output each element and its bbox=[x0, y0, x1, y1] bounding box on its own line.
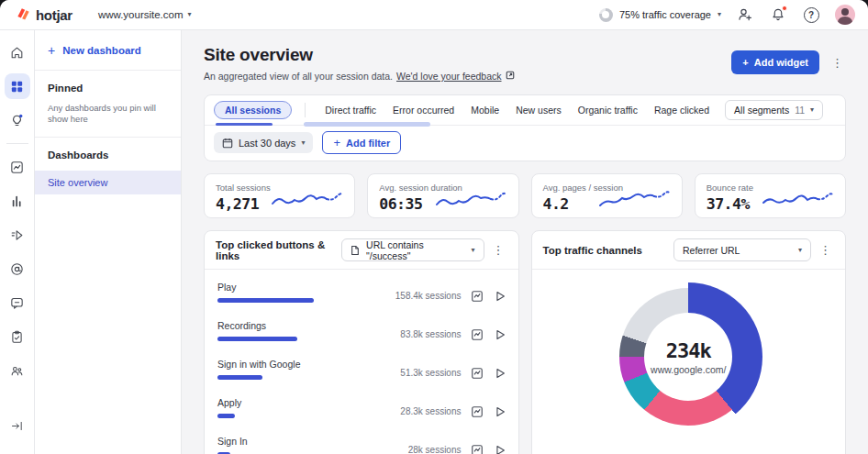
date-range-button[interactable]: Last 30 days ▾ bbox=[214, 132, 313, 153]
view-trend-button[interactable] bbox=[471, 327, 484, 341]
donut-chart[interactable]: 234k www.google.com/ bbox=[614, 282, 762, 431]
list-item[interactable]: Sign In 28k sessions bbox=[205, 427, 518, 454]
nav-funnels[interactable] bbox=[5, 188, 30, 214]
metric-cards: Total sessions 4,271 Avg. session durati… bbox=[204, 173, 846, 218]
chevron-down-icon: ▾ bbox=[718, 11, 721, 18]
sparkline-icon bbox=[761, 189, 836, 211]
top-clicked-menu-button[interactable]: ⋮ bbox=[490, 243, 507, 257]
nav-recordings[interactable] bbox=[5, 222, 30, 248]
metric-avg-pages-session[interactable]: Avg. pages / session 4.2 bbox=[531, 173, 683, 218]
nav-home[interactable] bbox=[5, 39, 30, 65]
clicked-label: Sign In bbox=[217, 436, 399, 447]
trends-icon bbox=[9, 160, 25, 175]
topbar-actions: 75% traffic coverage ▾ ? bbox=[599, 5, 855, 25]
pinned-section: Pinned Any dashboards you pin will show … bbox=[35, 71, 181, 138]
view-trend-button[interactable] bbox=[471, 289, 484, 303]
play-recordings-button[interactable] bbox=[494, 404, 507, 418]
help-button[interactable]: ? bbox=[802, 6, 820, 24]
all-segments-dropdown[interactable]: All segments 11 ▾ bbox=[725, 100, 823, 120]
add-widget-button[interactable]: + Add widget bbox=[731, 50, 819, 74]
site-selector-value: www.yoursite.com bbox=[98, 9, 184, 20]
calendar-icon bbox=[222, 138, 233, 149]
top-traffic-menu-button[interactable]: ⋮ bbox=[817, 243, 834, 257]
referrer-dropdown[interactable]: Referrer URL ▾ bbox=[673, 238, 811, 261]
view-trend-button[interactable] bbox=[471, 404, 484, 418]
list-item[interactable]: Apply 28.3k sessions bbox=[205, 389, 518, 427]
brand-wordmark: hotjar bbox=[36, 7, 72, 23]
nav-trends[interactable] bbox=[5, 154, 30, 180]
list-item[interactable]: Recordings 83.8k sessions bbox=[205, 312, 518, 350]
tabs-scrollbar-thumb[interactable] bbox=[304, 122, 430, 127]
clicked-label: Apply bbox=[217, 397, 391, 408]
play-recordings-button[interactable] bbox=[494, 443, 507, 454]
funnels-bars-icon bbox=[9, 194, 25, 209]
play-icon bbox=[494, 405, 506, 418]
dashboards-section: Dashboards Site overview bbox=[35, 138, 181, 194]
metric-avg-session-duration[interactable]: Avg. session duration 06:35 bbox=[367, 173, 518, 218]
tab-organic-traffic[interactable]: Organic traffic bbox=[570, 102, 646, 118]
play-recordings-button[interactable] bbox=[494, 327, 507, 341]
filters-card: All sessions Direct traffic Error occurr… bbox=[204, 94, 846, 161]
sidebar-item-site-overview[interactable]: Site overview bbox=[35, 171, 181, 194]
play-icon bbox=[494, 328, 506, 341]
list-item[interactable]: Play 158.4k sessions bbox=[205, 273, 518, 312]
plus-icon: + bbox=[48, 44, 55, 57]
collapse-sidebar-button[interactable] bbox=[5, 413, 30, 438]
recordings-cursor-icon bbox=[9, 227, 25, 243]
donut-center: 234k www.google.com/ bbox=[644, 313, 732, 401]
play-icon bbox=[494, 290, 506, 303]
tab-direct-traffic[interactable]: Direct traffic bbox=[317, 102, 384, 118]
notifications-button[interactable] bbox=[769, 6, 787, 24]
tab-new-users[interactable]: New users bbox=[507, 102, 570, 118]
dashboards-grid-icon bbox=[9, 79, 25, 94]
widgets-row: Top clicked buttons & links URL contains… bbox=[204, 230, 846, 454]
clicked-label: Sign in with Google bbox=[217, 359, 391, 370]
clicked-label: Play bbox=[217, 282, 386, 293]
pinned-empty-text: Any dashboards you pin will show here bbox=[48, 103, 168, 126]
tab-error-occurred[interactable]: Error occurred bbox=[384, 102, 462, 118]
segments-count: 11 bbox=[795, 105, 805, 116]
traffic-coverage-menu[interactable]: 75% traffic coverage ▾ bbox=[599, 8, 721, 22]
site-selector[interactable]: www.yoursite.com ▾ bbox=[98, 9, 192, 20]
chart-icon bbox=[471, 367, 484, 380]
sparkline-icon bbox=[434, 189, 509, 211]
feedback-link[interactable]: We'd love your feedback bbox=[396, 71, 501, 82]
play-recordings-button[interactable] bbox=[494, 366, 507, 380]
nav-dashboards[interactable] bbox=[5, 73, 30, 99]
url-filter-dropdown[interactable]: URL contains "/success" ▾ bbox=[341, 238, 484, 261]
clicked-bar bbox=[217, 298, 314, 303]
tab-all-sessions[interactable]: All sessions bbox=[214, 101, 292, 119]
new-dashboard-label: New dashboard bbox=[62, 45, 141, 56]
invite-user-button[interactable] bbox=[736, 6, 754, 24]
plus-icon: + bbox=[742, 57, 748, 68]
view-trend-button[interactable] bbox=[471, 443, 484, 454]
tab-mobile[interactable]: Mobile bbox=[462, 102, 507, 118]
nav-feedback[interactable] bbox=[5, 290, 30, 316]
page-menu-button[interactable]: ⋮ bbox=[829, 56, 846, 70]
add-filter-label: Add filter bbox=[346, 138, 390, 149]
new-dashboard-button[interactable]: + New dashboard bbox=[35, 30, 181, 71]
question-mark-icon: ? bbox=[804, 7, 819, 23]
nav-heatmaps[interactable] bbox=[5, 256, 30, 282]
add-filter-button[interactable]: + Add filter bbox=[322, 131, 401, 154]
metric-total-sessions[interactable]: Total sessions 4,271 bbox=[204, 173, 355, 218]
metric-bounce-rate[interactable]: Bounce rate 37.4% bbox=[695, 173, 846, 218]
tab-rage-clicked[interactable]: Rage clicked bbox=[646, 102, 718, 118]
sessions-count: 51.3k sessions bbox=[400, 368, 461, 378]
traffic-coverage-label: 75% traffic coverage bbox=[619, 9, 711, 20]
top-clicked-header: Top clicked buttons & links URL contains… bbox=[205, 231, 518, 270]
nav-surveys[interactable] bbox=[5, 324, 30, 349]
view-trend-button[interactable] bbox=[471, 366, 484, 380]
subtitle-text: An aggregated view of all your session d… bbox=[204, 71, 393, 82]
hotjar-logo[interactable]: hotjar bbox=[15, 6, 72, 24]
play-recordings-button[interactable] bbox=[494, 289, 507, 303]
user-avatar[interactable] bbox=[835, 5, 855, 25]
page-icon bbox=[351, 245, 360, 256]
nav-interviews[interactable] bbox=[5, 358, 30, 383]
dashboards-panel: + New dashboard Pinned Any dashboards yo… bbox=[35, 30, 182, 454]
donut-chart-area: 234k www.google.com/ www.google.com/ bbox=[532, 270, 846, 454]
list-item[interactable]: Sign in with Google 51.3k sessions bbox=[205, 350, 518, 389]
top-traffic-header: Top traffic channels Referrer URL ▾ ⋮ bbox=[532, 231, 846, 270]
nav-insights[interactable] bbox=[5, 107, 30, 133]
sessions-count: 83.8k sessions bbox=[400, 329, 461, 339]
